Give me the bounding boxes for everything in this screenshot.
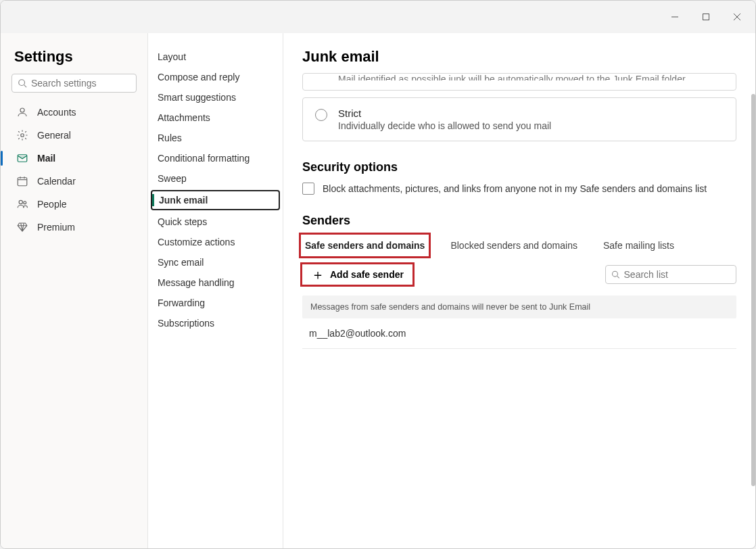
safe-senders-info: Messages from safe senders and domains w…	[302, 295, 736, 318]
subnav-customize-actions[interactable]: Customize actions	[148, 232, 283, 252]
block-attachments-row[interactable]: Block attachments, pictures, and links f…	[302, 183, 736, 195]
radio-strict[interactable]	[315, 109, 327, 121]
block-attachments-label: Block attachments, pictures, and links f…	[323, 183, 707, 194]
add-safe-sender-button[interactable]: ＋ Add safe sender	[302, 264, 412, 285]
svg-rect-1	[703, 14, 709, 20]
calendar-icon	[16, 174, 29, 188]
search-settings-input[interactable]	[31, 78, 131, 89]
svg-rect-9	[18, 178, 27, 186]
subnav-subscriptions[interactable]: Subscriptions	[148, 313, 283, 333]
block-attachments-checkbox[interactable]	[302, 183, 314, 195]
diamond-icon	[16, 220, 29, 234]
filter-option-strict[interactable]: Strict Individually decide who is allowe…	[302, 97, 736, 141]
main-scroll[interactable]: Mail identified as possible junk will be…	[283, 73, 755, 548]
settings-title: Settings	[14, 48, 134, 66]
sidebar-item-accounts[interactable]: Accounts	[9, 101, 139, 124]
subnav-rules[interactable]: Rules	[148, 128, 283, 148]
sidebar-item-label: Premium	[37, 222, 75, 233]
sidebar-item-general[interactable]: General	[9, 124, 139, 147]
filter-auto-desc: Mail identified as possible junk will be…	[338, 74, 686, 80]
safe-sender-row[interactable]: m__lab2@outlook.com	[302, 318, 736, 349]
sidebar-item-label: Accounts	[37, 107, 76, 118]
add-safe-sender-label: Add safe sender	[330, 269, 404, 280]
sidebar-item-label: People	[37, 199, 67, 210]
search-icon	[18, 78, 27, 88]
subnav-quick-steps[interactable]: Quick steps	[148, 212, 283, 232]
subnav-layout[interactable]: Layout	[148, 47, 283, 67]
mail-icon	[16, 151, 29, 165]
subnav-conditional-formatting[interactable]: Conditional formatting	[148, 148, 283, 168]
security-options-heading: Security options	[302, 160, 736, 174]
search-settings[interactable]	[11, 74, 137, 93]
minimize-button[interactable]	[659, 6, 690, 28]
search-list[interactable]	[605, 265, 736, 284]
sidebar-item-label: Calendar	[37, 176, 76, 187]
page-title: Junk email	[283, 33, 755, 73]
maximize-button[interactable]	[690, 6, 722, 28]
svg-line-5	[24, 85, 27, 88]
subnav-junk-email[interactable]: Junk email	[151, 190, 280, 210]
strict-desc: Individually decide who is allowed to se…	[338, 120, 551, 131]
scrollbar-thumb[interactable]	[751, 94, 755, 486]
search-list-input[interactable]	[624, 269, 730, 280]
sidebar-item-calendar[interactable]: Calendar	[9, 170, 139, 193]
plus-icon: ＋	[311, 270, 325, 279]
subnav-forwarding[interactable]: Forwarding	[148, 293, 283, 313]
sidebar-item-label: Mail	[37, 153, 55, 164]
sidebar-item-mail[interactable]: Mail	[9, 147, 139, 170]
senders-tabs: Safe senders and domains Blocked senders…	[302, 236, 736, 255]
tab-blocked-senders[interactable]: Blocked senders and domains	[448, 236, 580, 255]
svg-point-14	[24, 201, 26, 204]
subnav-attachments[interactable]: Attachments	[148, 108, 283, 128]
tab-safe-mailing-lists[interactable]: Safe mailing lists	[600, 236, 677, 255]
svg-point-15	[613, 271, 618, 277]
filter-option-automatic[interactable]: Mail identified as possible junk will be…	[302, 73, 736, 91]
settings-sidebar: Settings Accounts General Mail	[1, 33, 148, 548]
main-panel: Junk email Mail identified as possible j…	[283, 33, 755, 548]
sidebar-item-label: General	[37, 130, 71, 141]
tab-safe-senders[interactable]: Safe senders and domains	[302, 236, 427, 255]
senders-heading: Senders	[302, 214, 736, 228]
subnav-compose-reply[interactable]: Compose and reply	[148, 67, 283, 87]
search-icon	[611, 270, 620, 279]
subnav-sync-email[interactable]: Sync email	[148, 252, 283, 272]
subnav-smart-suggestions[interactable]: Smart suggestions	[148, 87, 283, 108]
subnav-sweep[interactable]: Sweep	[148, 168, 283, 189]
close-button[interactable]	[722, 6, 753, 28]
person-icon	[16, 105, 29, 119]
strict-title: Strict	[338, 108, 551, 119]
window-titlebar	[1, 1, 755, 33]
gear-icon	[16, 128, 29, 142]
mail-subnav: Layout Compose and reply Smart suggestio…	[148, 33, 283, 548]
svg-point-6	[20, 108, 24, 112]
people-icon	[16, 197, 29, 211]
svg-line-16	[617, 276, 619, 278]
svg-point-13	[19, 200, 22, 204]
subnav-message-handling[interactable]: Message handling	[148, 272, 283, 293]
svg-point-7	[21, 134, 24, 137]
svg-point-4	[19, 80, 25, 86]
sidebar-item-people[interactable]: People	[9, 193, 139, 216]
sidebar-item-premium[interactable]: Premium	[9, 216, 139, 239]
